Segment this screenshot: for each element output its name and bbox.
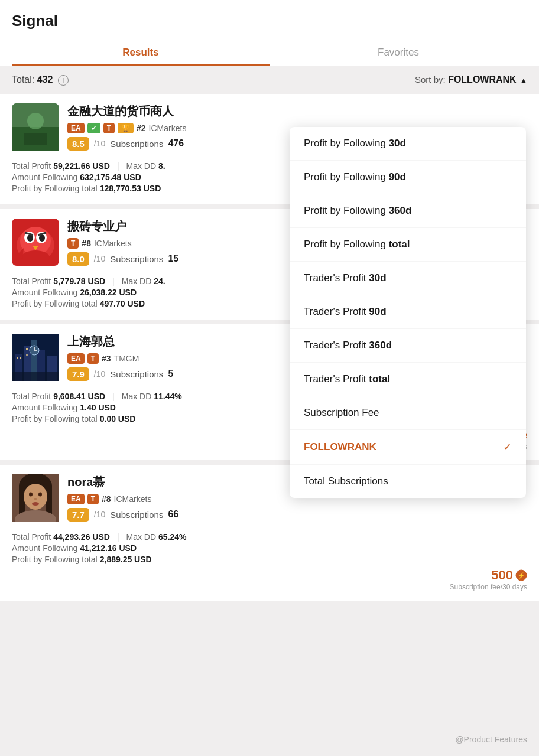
stat-sep: | xyxy=(112,392,115,401)
stat-label: Profit by Following total xyxy=(12,414,98,423)
rating-max: /10 xyxy=(94,139,105,148)
price-block: 500 ⚡ Subscription fee/30 days xyxy=(450,568,527,591)
stat-label: Total Profit xyxy=(12,276,51,286)
stat-label: Amount Following xyxy=(12,288,77,297)
stat-label: Amount Following xyxy=(12,403,77,412)
sort-prefix: Sort by: xyxy=(415,74,446,84)
stat-label: Amount Following xyxy=(12,172,77,182)
stat-value: 24. xyxy=(154,276,165,286)
stat-value: 1.40 USD xyxy=(80,403,116,412)
price-amount: 500 xyxy=(491,568,513,583)
badge-ea: EA xyxy=(67,123,85,133)
stat-label: Max DD xyxy=(122,392,152,401)
stat-value: 9,608.41 USD xyxy=(53,392,105,401)
subscriptions-count: 476 xyxy=(168,138,184,149)
rating-badge: 8.5 xyxy=(67,137,89,151)
stat-label: Max DD xyxy=(126,161,157,171)
stat-value: 26,038.22 USD xyxy=(80,288,137,297)
stat-value: 5,779.78 USD xyxy=(53,276,105,286)
tab-results[interactable]: Results xyxy=(12,40,270,66)
stat-value: 497.70 USD xyxy=(100,299,145,308)
trader-name: nora慕 xyxy=(67,474,105,490)
rating-row: 7.7 /10 Subscriptions 66 xyxy=(67,508,527,522)
subscriptions-label: Subscriptions xyxy=(110,369,163,379)
dropdown-item-traders-profit-30d[interactable]: Trader's Profit 30d xyxy=(290,262,526,295)
tab-favorites[interactable]: Favorites xyxy=(270,40,527,66)
dropdown-item-label: Profit by Following 360d xyxy=(304,205,411,217)
trader-name: 金融大道的货币商人 xyxy=(67,103,527,119)
svg-point-41 xyxy=(34,498,37,500)
dropdown-item-traders-profit-total[interactable]: Trader's Profit total xyxy=(290,363,526,396)
subscriptions-label: Subscriptions xyxy=(110,139,163,149)
rating-max: /10 xyxy=(94,254,105,263)
svg-point-37 xyxy=(24,484,47,510)
svg-point-10 xyxy=(39,234,45,242)
dropdown-item-label: FOLLOWRANK xyxy=(304,441,376,453)
rating-badge: 7.7 xyxy=(67,508,89,522)
badge-ea: EA xyxy=(67,494,85,504)
badge-t: T xyxy=(67,238,79,249)
dropdown-item-profit-total[interactable]: Profit by Following total xyxy=(290,228,526,262)
info-icon[interactable]: i xyxy=(58,75,69,86)
rating-badge: 8.0 xyxy=(67,252,89,266)
dropdown-item-profit-90d[interactable]: Profit by Following 90d xyxy=(290,161,526,194)
dropdown-item-profit-360d[interactable]: Profit by Following 360d xyxy=(290,194,526,228)
dropdown-item-subscription-fee[interactable]: Subscription Fee xyxy=(290,396,526,430)
badge-broker: ICMarkets xyxy=(94,239,132,248)
stat-row: Total Profit 44,293.26 USD | Max DD 65.2… xyxy=(12,532,527,542)
subscriptions-count: 66 xyxy=(168,509,178,520)
stat-row: Amount Following 41,212.16 USD xyxy=(12,543,527,553)
dropdown-item-traders-profit-360d[interactable]: Trader's Profit 360d xyxy=(290,329,526,363)
avatar xyxy=(12,474,59,524)
card-footer: 500 ⚡ Subscription fee/30 days xyxy=(12,568,527,591)
stat-value: 128,770.53 USD xyxy=(100,184,161,193)
svg-rect-26 xyxy=(26,354,28,356)
total-count: 432 xyxy=(37,74,53,84)
dropdown-item-followrank[interactable]: FOLLOWRANK ✓ xyxy=(290,430,526,465)
stat-sep: | xyxy=(112,276,115,286)
stat-value: 0.00 USD xyxy=(100,414,136,423)
svg-point-40 xyxy=(38,492,42,496)
dropdown-item-label: Profit by Following 30d xyxy=(304,138,406,149)
dropdown-item-label: Subscription Fee xyxy=(304,407,379,419)
badge-ea: EA xyxy=(67,353,85,364)
dropdown-item-label: Trader's Profit 90d xyxy=(304,306,387,318)
stat-label: Total Profit xyxy=(12,161,51,171)
price-sub: Subscription fee/30 days xyxy=(450,583,527,591)
sort-arrow: ▲ xyxy=(520,76,527,84)
svg-rect-23 xyxy=(20,357,21,359)
rating-badge: 7.9 xyxy=(67,367,89,381)
stat-value: 11.44% xyxy=(154,392,181,401)
badge-rank: #8 xyxy=(102,494,111,504)
rating-max: /10 xyxy=(94,510,105,519)
stat-label: Total Profit xyxy=(12,392,51,401)
sort-control[interactable]: Sort by: FOLLOWRANK ▲ xyxy=(415,74,527,85)
checkmark-icon: ✓ xyxy=(503,441,512,454)
svg-point-39 xyxy=(29,492,33,496)
stat-row: Profit by Following total 2,889.25 USD xyxy=(12,555,527,564)
total-label: Total: xyxy=(12,74,34,84)
dropdown-item-profit-30d[interactable]: Profit by Following 30d xyxy=(290,127,526,161)
rating-max: /10 xyxy=(94,369,105,379)
badge-broker: TMGM xyxy=(114,354,139,363)
avatar xyxy=(12,219,59,268)
stat-value: 8. xyxy=(158,161,165,171)
subscriptions-count: 15 xyxy=(168,253,178,264)
stat-label: Amount Following xyxy=(12,543,77,553)
dropdown-item-label: Total Subscriptions xyxy=(304,475,388,487)
dropdown-item-label: Trader's Profit total xyxy=(304,373,390,385)
dropdown-item-label: Trader's Profit 30d xyxy=(304,272,387,284)
dropdown-item-label: Trader's Profit 360d xyxy=(304,340,392,351)
svg-point-42 xyxy=(32,502,39,506)
badge-broker: ICMarkets xyxy=(114,494,152,504)
stat-value: 44,293.26 USD xyxy=(53,532,110,542)
subscriptions-label: Subscriptions xyxy=(110,254,163,264)
stat-sep: | xyxy=(117,532,119,542)
svg-point-14 xyxy=(21,250,50,265)
dropdown-item-traders-profit-90d[interactable]: Trader's Profit 90d xyxy=(290,295,526,329)
dropdown-item-label: Profit by Following 90d xyxy=(304,171,406,183)
toolbar: Total: 432 i Sort by: FOLLOWRANK ▲ xyxy=(0,66,539,94)
app-title: Signal xyxy=(12,12,527,40)
dropdown-item-total-subscriptions[interactable]: Total Subscriptions xyxy=(290,465,526,498)
svg-rect-24 xyxy=(26,348,28,350)
